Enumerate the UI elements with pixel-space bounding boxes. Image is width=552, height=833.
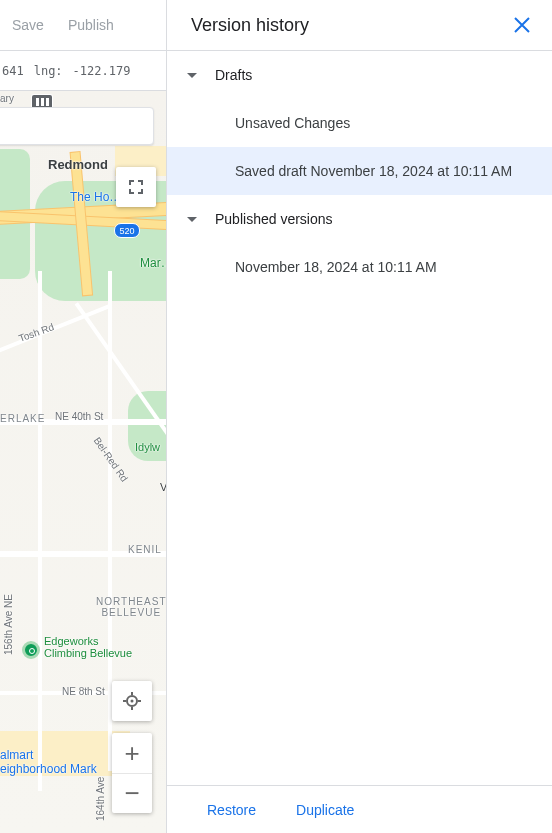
map-label-redmond: Redmond	[48, 157, 108, 172]
map-label-ne8th: NE 8th St	[62, 686, 105, 697]
svg-point-1	[131, 700, 134, 703]
drafts-section-toggle[interactable]: Drafts	[167, 51, 552, 99]
panel-body: Drafts Unsaved Changes Saved draft Novem…	[167, 51, 552, 785]
zoom-in-button[interactable]: +	[112, 733, 152, 773]
version-item-published[interactable]: November 18, 2024 at 10:11 AM	[167, 243, 552, 291]
panel-footer: Restore Duplicate	[167, 785, 552, 833]
published-section-label: Published versions	[215, 211, 333, 227]
map-label-164th: 164th Ave	[95, 777, 106, 821]
version-item-unsaved[interactable]: Unsaved Changes	[167, 99, 552, 147]
duplicate-button[interactable]: Duplicate	[296, 802, 354, 818]
chevron-down-icon	[187, 73, 197, 78]
map-label-edgeworks: Edgeworks Climbing Bellevue	[44, 635, 132, 659]
map-label-library: ary	[0, 93, 14, 104]
fullscreen-button[interactable]	[116, 167, 156, 207]
map-canvas[interactable]: ary Redmond The Ho… ep… 520 Mar… Tosh Rd…	[0, 91, 166, 833]
highway-shield-520: 520	[114, 223, 140, 238]
map-label-kenilworth: KENIL	[128, 544, 162, 555]
close-button[interactable]	[506, 9, 538, 41]
panel-title: Version history	[191, 15, 309, 36]
top-toolbar: Save Publish	[0, 0, 166, 51]
chevron-down-icon	[187, 217, 197, 222]
map-label-nebellevue: NORTHEAST BELLEVUE	[96, 596, 166, 618]
lat-value: 641	[2, 64, 24, 78]
panel-header: Version history	[167, 0, 552, 51]
zoom-out-button[interactable]: −	[112, 773, 152, 813]
map-label-marymoor: Mar…	[140, 256, 166, 270]
coordinates-bar: 641 lng: -122.179	[0, 51, 166, 91]
restore-button[interactable]: Restore	[207, 802, 256, 818]
save-button[interactable]: Save	[12, 17, 44, 33]
map-label-idylwood: Idylw	[135, 441, 160, 453]
lng-value: -122.179	[73, 64, 131, 78]
map-label-overlake: ERLAKE	[0, 413, 45, 424]
drafts-section-label: Drafts	[215, 67, 252, 83]
map-label-tosh: Tosh Rd	[17, 321, 55, 344]
fullscreen-icon	[127, 178, 145, 196]
map-search-box[interactable]	[0, 107, 154, 145]
zoom-controls: + −	[112, 733, 152, 813]
map-label-156th: 156th Ave NE	[3, 594, 14, 655]
lng-label: lng:	[34, 64, 63, 78]
version-history-panel: Version history Drafts Unsaved Changes S…	[166, 0, 552, 833]
publish-button[interactable]: Publish	[68, 17, 114, 33]
poi-pin-icon[interactable]	[22, 641, 40, 659]
map-label-ne40: NE 40th St	[55, 411, 103, 422]
close-icon	[513, 16, 531, 34]
published-section-toggle[interactable]: Published versions	[167, 195, 552, 243]
map-label-walmart: almart eighborhood Mark	[0, 748, 97, 776]
my-location-button[interactable]	[112, 681, 152, 721]
version-item-saved-draft[interactable]: Saved draft November 18, 2024 at 10:11 A…	[167, 147, 552, 195]
location-icon	[122, 691, 142, 711]
